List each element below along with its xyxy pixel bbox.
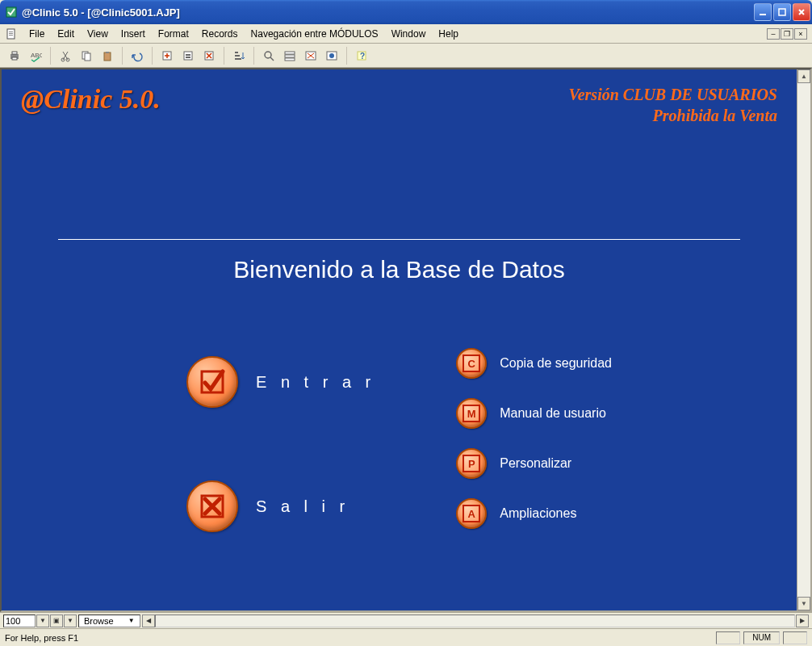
copy-icon[interactable] [77,46,96,65]
svg-text:?: ? [360,52,365,61]
personalize-button[interactable]: P Personalizar [456,448,612,479]
duplicate-record-icon[interactable] [178,46,198,65]
letter-p-icon: P [456,448,487,479]
svg-rect-27 [285,55,295,57]
omit-icon[interactable] [301,46,320,65]
cut-icon[interactable] [56,46,75,65]
exit-button[interactable]: S a l i r [186,480,375,532]
menu-file[interactable]: File [23,27,51,41]
maximize-button[interactable] [773,3,791,21]
svg-rect-19 [186,54,190,56]
manual-button[interactable]: M Manual de usuario [456,398,612,429]
window-title: @Clinic 5.0 - [@Clinic5001.AJP] [22,6,754,19]
window-titlebar: @Clinic 5.0 - [@Clinic5001.AJP] [0,0,812,24]
manual-label: Manual de usuario [500,406,606,421]
svg-rect-9 [12,57,17,60]
zoom-dropdown-icon[interactable]: ▼ [36,615,49,627]
statusbar: For Help, press F1 NUM [0,628,812,646]
svg-rect-15 [104,52,111,61]
mdi-restore-button[interactable]: ❐ [781,28,793,40]
hscroll-left-icon[interactable]: ◀ [142,615,155,627]
menu-format[interactable]: Format [152,27,195,41]
svg-rect-26 [285,52,295,54]
show-all-icon[interactable] [322,46,341,65]
toolbar: ABC ? [0,44,812,68]
paste-icon[interactable] [98,46,117,65]
find-icon[interactable] [259,46,278,65]
svg-rect-8 [12,52,17,54]
app-brand: @Clinic 5.0. [21,84,161,115]
svg-rect-1 [760,14,766,15]
version-text-2: Prohibida la Venta [569,105,777,126]
backup-label: Copia de seguridad [500,356,612,371]
letter-c-icon: C [456,348,487,379]
svg-rect-2 [779,9,785,15]
help-icon[interactable]: ? [352,46,371,65]
mdi-close-button[interactable]: × [794,28,807,40]
backup-button[interactable]: C Copia de seguridad [456,348,612,379]
mode-selector[interactable]: Browse▼ [78,615,140,627]
svg-rect-28 [285,58,295,61]
svg-point-25 [265,52,271,58]
scroll-up-icon[interactable]: ▲ [797,69,810,83]
print-icon[interactable] [5,46,24,65]
menu-help[interactable]: Help [432,27,465,41]
menu-navegacion[interactable]: Navegación entre MÓDULOS [245,27,385,41]
hscroll-right-icon[interactable]: ▶ [796,615,809,627]
mode-dropdown-icon[interactable]: ▼ [64,615,77,627]
scroll-down-icon[interactable]: ▼ [797,597,810,610]
svg-text:ABC: ABC [31,52,42,59]
svg-rect-6 [9,35,13,36]
menubar: File Edit View Insert Format Records Nav… [0,24,812,44]
spellcheck-icon[interactable]: ABC [26,46,45,65]
toolbar-separator [50,47,51,65]
undo-icon[interactable] [128,46,147,65]
status-well-3 [783,631,807,644]
menu-edit[interactable]: Edit [51,27,81,41]
version-text-1: Versión CLUB DE USUARIOS [569,84,777,105]
layout-mode-icon[interactable]: ▣ [50,615,63,627]
document-icon [5,27,18,40]
close-button[interactable] [793,3,810,21]
menu-view[interactable]: View [81,27,115,41]
zoom-input[interactable] [3,615,36,627]
cross-icon [186,480,238,532]
exit-label: S a l i r [256,497,349,516]
extensions-label: Ampliaciones [500,506,576,521]
new-record-icon[interactable] [157,46,177,65]
svg-rect-20 [186,57,190,58]
toolbar-separator [346,47,347,65]
svg-rect-22 [235,52,238,53]
svg-rect-5 [9,33,13,34]
status-help-text: For Help, press F1 [5,633,713,643]
welcome-heading: Bienvenido a la Base de Datos [2,256,797,283]
delete-record-icon[interactable] [199,46,219,65]
horizontal-scrollbar[interactable] [155,615,795,627]
svg-rect-4 [9,31,13,32]
svg-point-31 [329,53,334,58]
numlock-indicator: NUM [743,631,780,644]
menu-insert[interactable]: Insert [115,27,152,41]
mode-label: Browse [84,616,114,626]
svg-rect-23 [235,55,240,57]
enter-button[interactable]: E n t r a r [186,356,375,408]
minimize-button[interactable] [754,3,772,21]
toolbar-separator [224,47,224,65]
find-all-icon[interactable] [280,46,299,65]
letter-a-icon: A [456,498,487,529]
toolbar-separator [253,47,254,65]
menu-records[interactable]: Records [195,27,245,41]
menu-window[interactable]: Window [385,27,433,41]
divider [58,239,740,240]
toolbar-separator [152,47,153,65]
app-icon [5,6,18,19]
view-bar: ▼ ▣ ▼ Browse▼ ◀ ▶ [0,612,812,628]
check-icon [186,356,238,408]
mdi-minimize-button[interactable]: – [767,28,780,40]
extensions-button[interactable]: A Ampliaciones [456,498,612,529]
scroll-track[interactable] [797,83,810,597]
letter-m-icon: M [456,398,487,429]
vertical-scrollbar[interactable]: ▲ ▼ [797,69,810,610]
sort-asc-icon[interactable] [229,46,249,65]
main-content: @Clinic 5.0. Versión CLUB DE USUARIOS Pr… [2,69,797,610]
